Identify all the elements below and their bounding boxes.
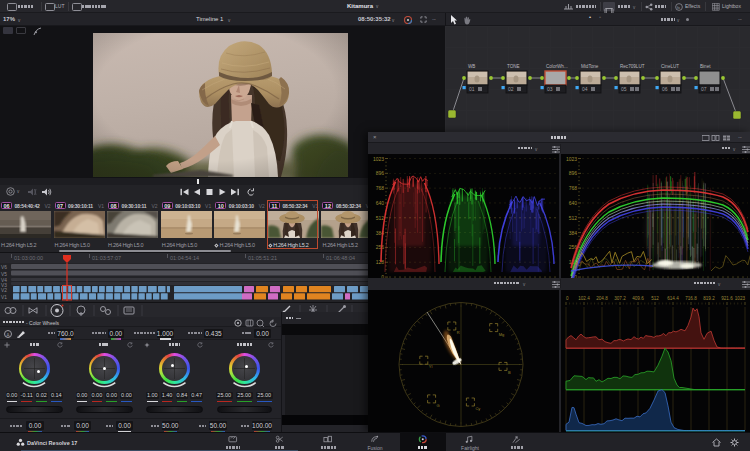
svg-text:640: 640	[376, 200, 385, 206]
svg-text:896: 896	[376, 170, 385, 176]
svg-text:ColorWh...: ColorWh...	[546, 64, 568, 69]
svg-text:921.6: 921.6	[721, 296, 733, 301]
svg-text:Rec709LUT: Rec709LUT	[620, 64, 645, 69]
svg-text:307.2: 307.2	[614, 296, 626, 301]
svg-text:896: 896	[569, 170, 578, 176]
svg-text:fx: fx	[677, 4, 680, 9]
svg-text:384: 384	[569, 230, 578, 236]
svg-text:614.4: 614.4	[667, 296, 679, 301]
svg-text:819.2: 819.2	[703, 296, 715, 301]
svg-text:1023: 1023	[735, 296, 746, 301]
svg-text:06: 06	[662, 86, 668, 92]
svg-text:716.8: 716.8	[685, 296, 697, 301]
svg-text:G: G	[437, 403, 440, 408]
svg-text:1023: 1023	[566, 156, 577, 162]
svg-text:01: 01	[469, 86, 475, 92]
svg-text:WB: WB	[468, 64, 475, 69]
svg-text:Mg: Mg	[499, 332, 505, 337]
svg-text:CineLUT: CineLUT	[661, 64, 679, 69]
svg-text:MidTone: MidTone	[581, 64, 599, 69]
svg-text:768: 768	[376, 185, 385, 191]
svg-text:R: R	[457, 330, 460, 335]
svg-text:128: 128	[376, 259, 385, 265]
svg-text:1023: 1023	[373, 156, 384, 162]
svg-text:TONE: TONE	[507, 64, 520, 69]
svg-text:07: 07	[701, 86, 707, 92]
svg-text:512: 512	[376, 215, 385, 221]
svg-text:256: 256	[376, 244, 385, 250]
svg-text:03: 03	[547, 86, 553, 92]
svg-text:V6: V6	[1, 265, 7, 270]
svg-text:768: 768	[569, 185, 578, 191]
svg-text:02: 02	[508, 86, 514, 92]
svg-text:B: B	[508, 370, 511, 375]
svg-text:04: 04	[582, 86, 588, 92]
svg-text:102.4: 102.4	[578, 296, 590, 301]
svg-text:512: 512	[569, 215, 578, 221]
svg-text:V2: V2	[1, 288, 7, 293]
svg-text:V1: V1	[1, 295, 7, 300]
svg-text:512: 512	[651, 296, 659, 301]
svg-text:640: 640	[569, 200, 578, 206]
svg-text:409.6: 409.6	[632, 296, 644, 301]
svg-text:204.8: 204.8	[596, 296, 608, 301]
svg-text:Binet: Binet	[700, 64, 711, 69]
svg-text:05: 05	[621, 86, 627, 92]
svg-text:V5: V5	[1, 272, 7, 277]
svg-text:Yl: Yl	[429, 364, 433, 369]
svg-text:0: 0	[566, 296, 569, 301]
svg-text:Cy: Cy	[475, 406, 480, 411]
